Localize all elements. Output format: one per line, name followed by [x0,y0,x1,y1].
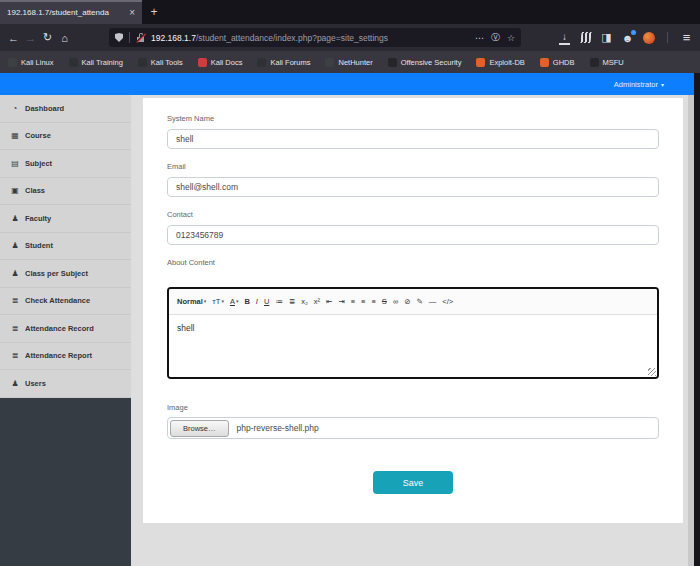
bookmark-msfu[interactable]: MSFU [590,58,624,67]
student-icon: ♟ [10,241,20,250]
caret-down-icon: ▾ [661,81,664,88]
sidebar-item-dashboard[interactable]: ◔Dashboard [0,95,131,123]
font-color-button[interactable]: A▾ [230,298,239,306]
system-name-input[interactable] [167,129,659,149]
navigation-toolbar: ← → ↻ ⌂ 192.168.1.7/student_attendance/i… [0,24,700,51]
new-tab-button[interactable]: + [142,0,166,24]
window-right-edge [694,73,700,566]
outdent-button[interactable]: ⇤ [326,298,332,306]
bookmark-kali-training[interactable]: Kali Training [69,58,123,67]
sidebar-item-users[interactable]: ♟Users [0,370,131,398]
browse-button[interactable]: Browse… [170,420,229,437]
bookmark-ghdb[interactable]: GHDB [540,58,575,67]
sidebar-item-faculty[interactable]: ♟Faculty [0,205,131,233]
tab-bar: 192.168.1.7/student_attenda × + [0,0,700,24]
selected-filename: php-reverse-shell.php [237,423,319,433]
ordered-list-button[interactable]: ≔ [275,298,283,306]
tracking-protection-shield-icon[interactable] [115,33,123,42]
caret-down-icon: ▾ [204,299,207,304]
tab-close-icon[interactable]: × [129,7,135,18]
system-name-label: System Name [167,114,659,123]
kali-dragon-icon [8,58,17,67]
email-input[interactable] [167,177,659,197]
sidebar-item-class-per-subject[interactable]: ♟Class per Subject [0,260,131,288]
page-actions-icon[interactable]: ⋯ [475,33,484,43]
library-icon[interactable] [577,29,594,46]
extension-icon[interactable] [640,29,657,46]
menu-hamburger-icon[interactable]: ≡ [678,29,695,46]
browser-tab[interactable]: 192.168.1.7/student_attenda × [0,0,142,24]
kali-docs-icon [198,58,207,67]
bookmark-kali-linux[interactable]: Kali Linux [8,58,54,67]
bookmark-star-icon[interactable]: ☆ [507,33,515,43]
sidebar-item-subject[interactable]: ▤Subject [0,150,131,178]
account-icon[interactable]: ☻ [619,29,636,46]
kali-dragon-icon [257,58,266,67]
align-center-button[interactable]: ≡ [361,298,365,306]
course-icon: ▦ [10,131,20,140]
url-domain: 192.168.1.7 [151,33,196,43]
contact-input[interactable] [167,225,659,245]
unlink-button[interactable]: ⊘ [404,298,410,306]
bookmark-kali-docs[interactable]: Kali Docs [198,58,243,67]
check-attendance-icon: ≣ [10,296,20,305]
font-size-icon: ᴛT [212,298,220,306]
class-icon: ▣ [10,186,20,195]
save-button[interactable]: Save [373,471,453,494]
url-bar[interactable]: 192.168.1.7/student_attendance/index.php… [109,28,521,47]
page-area: Administrator ▾ ◔Dashboard ▦Course ▤Subj… [0,73,700,566]
about-content-textarea[interactable]: shell [169,315,657,377]
bookmark-exploit-db[interactable]: Exploit-DB [476,58,524,67]
bookmark-offensive-security[interactable]: Offensive Security [388,58,462,67]
editor-toolbar: Normal▾ ᴛT▾ A▾ B I U ≔ ≣ x₂ x² [169,289,657,315]
subject-icon: ▤ [10,159,20,168]
pencil-button[interactable]: ✎ [417,298,423,306]
attendance-record-icon: ≣ [10,324,20,333]
superscript-button[interactable]: x² [314,298,320,306]
page-scrollbar[interactable] [688,95,694,566]
reload-button[interactable]: ↻ [39,29,56,46]
back-button[interactable]: ← [5,29,22,46]
image-file-input[interactable]: Browse… php-reverse-shell.php [167,417,659,439]
unordered-list-button[interactable]: ≣ [289,298,295,306]
forward-button[interactable]: → [22,29,39,46]
resize-handle[interactable] [648,368,656,376]
bold-button[interactable]: B [244,298,249,306]
page-viewport: Administrator ▾ ◔Dashboard ▦Course ▤Subj… [0,73,694,566]
home-button[interactable]: ⌂ [56,29,73,46]
sidebar-item-course[interactable]: ▦Course [0,123,131,151]
pocket-icon[interactable]: ⓥ [491,31,500,44]
sidebar-backdrop [0,398,131,566]
user-menu-administrator[interactable]: Administrator ▾ [614,80,664,89]
paragraph-style-dropdown[interactable]: Normal▾ [177,298,206,306]
sidebar-item-attendance-report[interactable]: ≣Attendance Report [0,343,131,371]
font-size-button[interactable]: ᴛT▾ [212,298,224,306]
sidebars-icon[interactable]: ◨ [598,29,615,46]
link-button[interactable]: ∞ [393,298,398,306]
email-label: Email [167,162,659,171]
strikethrough-button[interactable]: S [382,298,387,306]
sidebar-item-class[interactable]: ▣Class [0,178,131,206]
sidebar-item-attendance-record[interactable]: ≣Attendance Record [0,315,131,343]
underline-button[interactable]: U [264,298,269,306]
bookmark-nethunter[interactable]: NetHunter [325,58,372,67]
bookmark-kali-forums[interactable]: Kali Forums [257,58,310,67]
insecure-connection-lock-icon[interactable] [136,33,145,42]
dashboard-icon: ◔ [10,104,20,113]
sidebar-item-student[interactable]: ♟Student [0,233,131,261]
indent-button[interactable]: ⇥ [338,298,344,306]
kali-dragon-icon [138,58,147,67]
subscript-button[interactable]: x₂ [301,298,308,306]
code-view-button[interactable]: </> [442,298,453,306]
sidebar-item-check-attendance[interactable]: ≣Check Attendance [0,288,131,316]
align-right-button[interactable]: ≡ [371,298,375,306]
bookmark-kali-tools[interactable]: Kali Tools [138,58,183,67]
downloads-icon[interactable]: ↓ [556,29,573,46]
caret-down-icon: ▾ [221,299,224,304]
align-left-button[interactable]: ≡ [351,298,355,306]
class-per-subject-icon: ♟ [10,269,20,278]
horizontal-rule-button[interactable]: — [429,298,437,306]
offsec-icon [388,58,397,67]
faculty-icon: ♟ [10,214,20,223]
italic-button[interactable]: I [256,298,258,306]
